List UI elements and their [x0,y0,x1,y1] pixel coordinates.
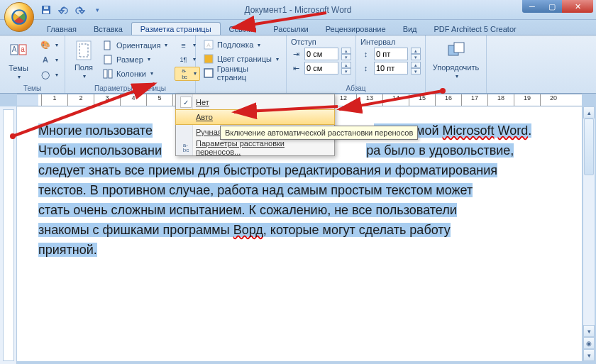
svg-rect-16 [204,55,213,63]
svg-text:A: A [206,42,211,48]
spacing-after-spinner[interactable]: ▴▾ [411,62,421,75]
indent-right-input[interactable] [304,62,338,75]
themes-button[interactable]: Aa Темы ▾ [4,38,33,82]
hyphenation-icon: a-bc [178,68,189,79]
spacing-after-field[interactable]: ↕ ▴▾ [360,62,421,75]
group-themes: Aa Темы ▾ 🎨▾ A▾ ◯▾ Темы [0,35,65,93]
watermark-icon: A [203,39,214,50]
scroll-down-button[interactable]: ▾ [583,325,595,337]
tab-pdf-architect[interactable]: PDF Architect 5 Creator [426,23,525,35]
next-page-button[interactable]: ▾ [583,349,595,361]
hyphenation-none[interactable]: ✓ Нет [176,94,334,110]
maximize-button[interactable]: ▢ [542,0,562,13]
margins-icon [72,39,95,62]
tab-review[interactable]: Рецензирование [317,23,394,35]
indent-left-field[interactable]: ⇥ ▴▾ [291,48,351,60]
indent-right-field[interactable]: ⇤ ▴▾ [291,62,351,75]
qat-customize-icon[interactable]: ▾ [89,2,105,18]
window-controls: ─ ▢ ✕ [522,0,593,13]
svg-rect-12 [104,70,107,78]
svg-rect-3 [44,6,48,9]
scroll-thumb[interactable] [584,118,594,175]
spacing-after-icon: ↕ [360,62,371,74]
spacing-after-input[interactable] [374,62,408,75]
theme-colors-button[interactable]: 🎨▾ [37,38,61,52]
prev-page-button[interactable]: ◉ [583,337,595,349]
group-page-setup-label: Параметры страницы [65,84,195,92]
scroll-up-button[interactable]: ▴ [583,106,595,118]
arrange-label: Упорядочить [433,63,479,72]
office-button[interactable] [4,2,34,32]
watermark-button[interactable]: AПодложка▾ [200,38,282,52]
tab-insert[interactable]: Вставка [85,23,131,35]
close-button[interactable]: ✕ [562,0,593,13]
tab-home[interactable]: Главная [38,23,85,35]
svg-rect-10 [104,41,110,50]
redo-icon[interactable] [72,2,88,18]
spacing-before-field[interactable]: ↕ ▴▾ [360,48,421,60]
group-spacing: Интервал ↕ ▴▾ ↕ ▴▾ Абзац [356,35,426,93]
hyphenation-dropdown: ✓ Нет Авто Ручная a-bc Параметры расстан… [175,94,335,156]
effects-icon: ◯ [40,69,51,80]
minimize-button[interactable]: ─ [522,0,542,13]
ribbon-tabs: Главная Вставка Разметка страницы Ссылки… [0,20,596,35]
page-borders-button[interactable]: Границы страниц [200,66,282,80]
indent-left-icon: ⇥ [291,48,302,60]
vertical-scrollbar[interactable]: ▴ ▾ ◉ ▾ [583,106,595,361]
colors-icon: 🎨 [40,39,51,50]
chevron-down-icon: ▾ [18,74,21,80]
size-icon [102,54,114,65]
page-borders-icon [203,67,214,79]
spacing-before-input[interactable] [374,48,408,60]
check-icon: ✓ [180,96,192,108]
fonts-icon: A [40,54,51,65]
svg-rect-13 [109,70,112,78]
margins-label: Поля [74,63,93,72]
group-themes-label: Темы [0,84,65,92]
columns-icon [102,68,114,79]
tab-page-layout[interactable]: Разметка страницы [131,22,221,35]
svg-rect-17 [204,69,213,77]
page-color-button[interactable]: Цвет страницы▾ [200,52,282,66]
vertical-ruler[interactable] [0,106,17,364]
themes-label: Темы [9,64,28,72]
indent-left-spinner[interactable]: ▴▾ [341,48,351,60]
breaks-icon: ≡ [177,40,189,51]
orientation-button[interactable]: Ориентация▾ [99,38,170,53]
tab-mailings[interactable]: Рассылки [265,23,316,35]
svg-rect-11 [104,55,111,64]
window-title: Документ1 - Microsoft Word [244,5,351,15]
columns-button[interactable]: Колонки▾ [99,67,170,81]
ribbon: Aa Темы ▾ 🎨▾ A▾ ◯▾ Темы Поля ▾ Ориентаци… [0,35,596,94]
margins-button[interactable]: Поля ▾ [70,38,98,81]
hyphenation-auto[interactable]: Авто [175,109,335,125]
hyphenation-options[interactable]: a-bc Параметры расстановки переносов... [176,140,334,155]
svg-rect-19 [454,43,464,53]
indent-right-spinner[interactable]: ▴▾ [341,62,351,75]
save-icon[interactable] [38,2,54,18]
undo-icon[interactable] [55,2,71,18]
svg-text:A: A [12,45,17,53]
size-button[interactable]: Размер▾ [99,53,170,67]
indent-heading: Отступ [291,38,351,46]
hyphenation-tooltip: Включение автоматической расстановки пер… [220,126,418,140]
group-paragraph-label: Абзац [287,84,425,92]
arrange-icon [445,39,468,62]
themes-icon: Aa [7,40,30,62]
hyphenation-options-icon: a-bc [180,142,192,153]
theme-effects-button[interactable]: ◯▾ [37,67,61,82]
theme-fonts-button[interactable]: A▾ [37,53,61,67]
page-color-icon [203,53,214,65]
orientation-icon [102,40,114,51]
indent-right-icon: ⇤ [291,62,302,74]
tab-references[interactable]: Ссылки [221,23,265,35]
group-page-setup: Поля ▾ Ориентация▾ Размер▾ Колонки▾ ≡▾ 1… [65,35,196,93]
titlebar: ▾ Документ1 - Microsoft Word ─ ▢ ✕ [0,0,596,20]
line-numbers-icon: 1¶ [177,54,189,65]
spacing-before-spinner[interactable]: ▴▾ [411,48,421,60]
indent-left-input[interactable] [304,48,338,60]
tab-view[interactable]: Вид [394,23,426,35]
arrange-button[interactable]: Упорядочить ▾ [430,38,482,81]
quick-access-toolbar: ▾ [38,2,105,18]
svg-text:a: a [21,45,25,53]
